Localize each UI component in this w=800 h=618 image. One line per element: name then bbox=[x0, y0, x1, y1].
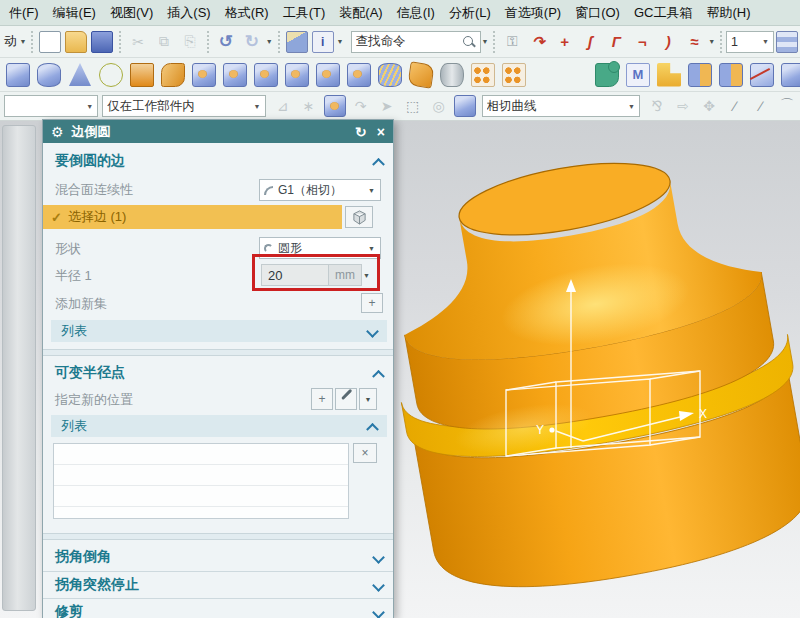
menu-item[interactable]: GC工具箱 bbox=[627, 1, 700, 25]
snap-rotate-icon[interactable]: ↷ bbox=[350, 95, 372, 117]
menu-item[interactable]: 信息(I) bbox=[390, 1, 442, 25]
extrude-icon[interactable] bbox=[130, 63, 154, 87]
point-options-dropdown[interactable]: ▼ bbox=[359, 388, 377, 410]
vector-arrow-icon[interactable]: ⇨ bbox=[672, 95, 694, 117]
snap-curve-icon[interactable]: ⌒ bbox=[776, 95, 798, 117]
block-icon[interactable] bbox=[6, 63, 30, 87]
trim-body-icon[interactable] bbox=[750, 63, 774, 87]
layer-settings-icon[interactable] bbox=[776, 31, 798, 53]
menu-item[interactable]: 件(F) bbox=[2, 1, 46, 25]
unite-bodies-icon[interactable] bbox=[688, 63, 712, 87]
undo-icon[interactable]: ↺ bbox=[215, 31, 237, 53]
display-mode-dropdown-icon[interactable]: ▼ bbox=[337, 38, 344, 45]
hole-icon[interactable] bbox=[192, 63, 216, 87]
add-new-set-button[interactable]: + bbox=[361, 293, 383, 313]
curve-rule-select[interactable]: 相切曲线 ▼ bbox=[482, 95, 640, 117]
close-button[interactable]: × bbox=[377, 124, 385, 140]
snap-midpoint-icon[interactable]: ∕ bbox=[750, 95, 772, 117]
remove-list-item-button[interactable]: × bbox=[353, 443, 377, 463]
select-filter-icon[interactable]: ➤ bbox=[376, 95, 398, 117]
continuity-select[interactable]: G1（相切） ▼ bbox=[259, 179, 381, 201]
emboss-icon[interactable] bbox=[407, 61, 434, 88]
menu-item[interactable]: 工具(T) bbox=[276, 1, 333, 25]
curve-corner-right-icon[interactable]: ¬ bbox=[631, 31, 653, 53]
pad-icon[interactable] bbox=[285, 63, 309, 87]
curve-corner-left-icon[interactable]: Γ bbox=[605, 31, 627, 53]
search-dropdown-icon[interactable]: ▼ bbox=[482, 38, 489, 45]
edges-section-header[interactable]: 要倒圆的边 bbox=[43, 149, 393, 173]
open-file-icon[interactable] bbox=[65, 31, 87, 53]
paste-icon[interactable]: ⎘ bbox=[179, 31, 201, 53]
start-menu-arrow-icon[interactable]: ▼ bbox=[20, 38, 27, 45]
pocket-icon[interactable] bbox=[254, 63, 278, 87]
chevron-down-icon[interactable] bbox=[372, 579, 385, 592]
graphics-area[interactable]: X Y ⚙ 边倒圆 ↻ × 要倒圆的边 混合面连续性 G bbox=[0, 121, 800, 618]
variable-radius-list[interactable] bbox=[53, 443, 349, 519]
copy-icon[interactable]: ⧉ bbox=[153, 31, 175, 53]
export-info-icon[interactable]: i bbox=[312, 31, 334, 53]
menu-item[interactable]: 帮助(H) bbox=[699, 1, 757, 25]
curve-spline-icon[interactable]: ≈ bbox=[683, 31, 705, 53]
curve-arc-icon[interactable]: ) bbox=[657, 31, 679, 53]
sphere-icon[interactable] bbox=[99, 63, 123, 87]
subtract-bodies-icon[interactable] bbox=[719, 63, 743, 87]
selection-filter-select[interactable]: ▼ bbox=[4, 95, 98, 117]
menu-item[interactable]: 装配(A) bbox=[332, 1, 389, 25]
snap-settings-icon[interactable]: ⊿ bbox=[272, 95, 294, 117]
thicken-icon[interactable] bbox=[657, 63, 681, 87]
chevron-down-icon[interactable] bbox=[372, 606, 385, 618]
corner-blend-section-header[interactable]: 拐角倒角 bbox=[43, 545, 393, 569]
menu-item[interactable]: 首选项(P) bbox=[498, 1, 568, 25]
menu-item[interactable]: 窗口(O) bbox=[568, 1, 627, 25]
menu-item[interactable]: 格式(R) bbox=[218, 1, 276, 25]
menu-item[interactable]: 编辑(E) bbox=[46, 1, 103, 25]
revolve-icon[interactable] bbox=[161, 63, 185, 87]
solid-select-icon[interactable] bbox=[454, 95, 476, 117]
save-icon[interactable] bbox=[91, 31, 113, 53]
snap-endpoint-icon[interactable]: ∕ bbox=[724, 95, 746, 117]
stop-short-section-header[interactable]: 拐角突然停止 bbox=[43, 573, 393, 597]
work-layer-select[interactable]: 1 ▼ bbox=[726, 31, 774, 53]
curve-tool-key-icon[interactable]: ⚿ bbox=[501, 31, 523, 53]
snap-move-icon[interactable]: ✥ bbox=[698, 95, 720, 117]
display-mode-cube-icon[interactable] bbox=[286, 31, 308, 53]
thread-icon[interactable] bbox=[378, 63, 402, 87]
sew-icon[interactable]: M bbox=[626, 63, 650, 87]
inferred-point-button[interactable] bbox=[335, 388, 357, 410]
start-menu-button[interactable]: 动 bbox=[4, 31, 17, 53]
chevron-down-icon[interactable] bbox=[372, 551, 385, 564]
marquee-select-icon[interactable]: ⬚ bbox=[402, 95, 424, 117]
dialog-title-bar[interactable]: ⚙ 边倒圆 ↻ × bbox=[43, 120, 393, 143]
curve-tools-dropdown-icon[interactable]: ▼ bbox=[708, 38, 715, 45]
trim-section-header[interactable]: 修剪 bbox=[43, 600, 393, 618]
list-collapsible[interactable]: 列表 bbox=[51, 320, 387, 342]
variable-list-collapsible[interactable]: 列表 bbox=[51, 415, 387, 437]
new-file-icon[interactable] bbox=[39, 31, 61, 53]
mirror-geometry-icon[interactable] bbox=[564, 63, 588, 87]
groove-icon[interactable] bbox=[347, 63, 371, 87]
boss-icon[interactable] bbox=[223, 63, 247, 87]
pattern-geometry-icon[interactable] bbox=[502, 63, 526, 87]
slot-icon[interactable] bbox=[316, 63, 340, 87]
cylinder-icon[interactable] bbox=[37, 63, 61, 87]
split-body-icon[interactable] bbox=[781, 63, 800, 87]
snap-point-icon[interactable]: ∗ bbox=[298, 95, 320, 117]
undo-dropdown-icon[interactable]: ▼ bbox=[266, 38, 273, 45]
point-dialog-button[interactable]: + bbox=[311, 388, 333, 410]
menu-item[interactable]: 插入(S) bbox=[160, 1, 217, 25]
cone-icon[interactable] bbox=[68, 63, 92, 87]
cut-icon[interactable]: ✂ bbox=[127, 31, 149, 53]
snap-plus-icon[interactable] bbox=[324, 95, 346, 117]
reset-button[interactable]: ↻ bbox=[355, 124, 367, 140]
tube-icon[interactable] bbox=[440, 63, 464, 87]
curve-join-icon[interactable]: ↷ bbox=[527, 31, 549, 53]
menu-item[interactable]: 分析(L) bbox=[442, 1, 498, 25]
variable-radius-section-header[interactable]: 可变半径点 bbox=[43, 361, 393, 385]
highlight-toggle-icon[interactable]: ◎ bbox=[428, 95, 450, 117]
curve-cross-icon[interactable]: + bbox=[553, 31, 575, 53]
selection-scope-select[interactable]: 仅在工作部件内 ▼ bbox=[102, 95, 265, 117]
select-edge-row[interactable]: ✓ 选择边 (1) bbox=[43, 205, 342, 229]
pattern-feature-icon[interactable] bbox=[471, 63, 495, 87]
curve-snip-icon[interactable]: ʃ bbox=[579, 31, 601, 53]
wcs-orient-icon[interactable]: ⅋ bbox=[646, 95, 668, 117]
